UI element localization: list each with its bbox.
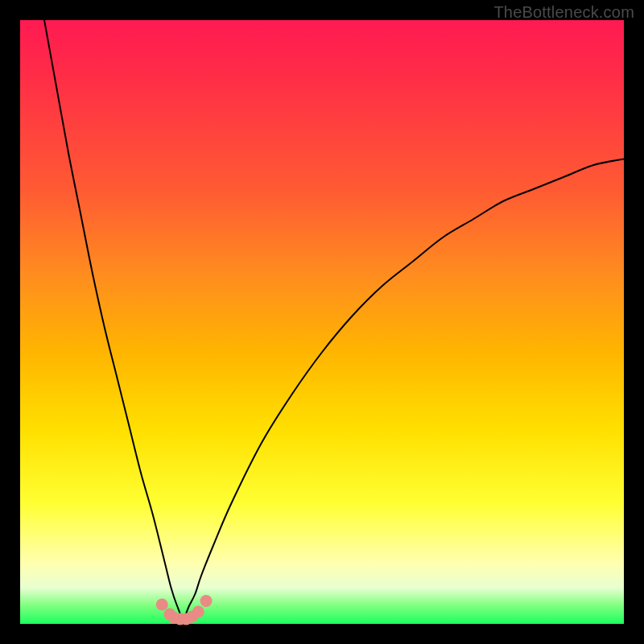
valley-marker bbox=[156, 599, 168, 611]
watermark-text: TheBottleneck.com bbox=[493, 3, 634, 22]
valley-marker bbox=[192, 606, 204, 618]
valley-marker bbox=[200, 595, 213, 607]
chart-frame: TheBottleneck.com bbox=[0, 0, 644, 644]
plot-area bbox=[20, 20, 624, 624]
bottleneck-curve bbox=[20, 20, 624, 624]
bottleneck-line bbox=[44, 20, 624, 618]
